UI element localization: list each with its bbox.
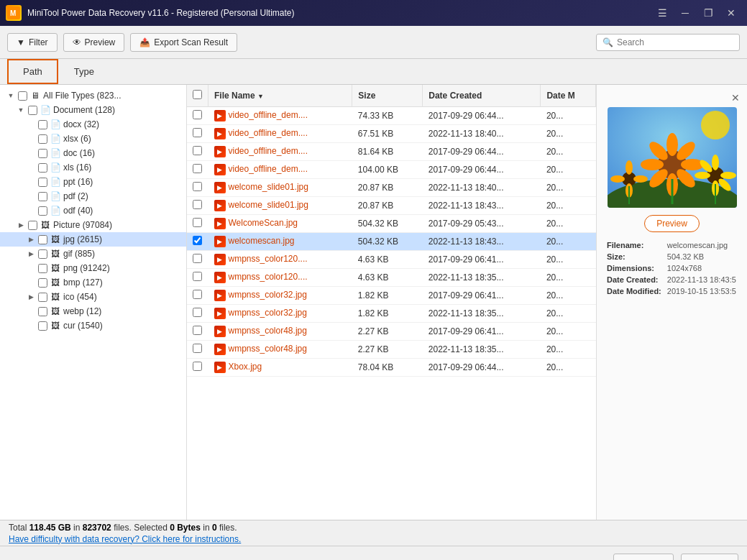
tab-path[interactable]: Path bbox=[7, 59, 58, 84]
sidebar-item-pdf[interactable]: 📄 pdf (2) bbox=[0, 189, 186, 203]
row-filename[interactable]: ▶wmpnss_color48.jpg bbox=[208, 341, 352, 359]
sidebar-item-xls[interactable]: 📄 xls (16) bbox=[0, 160, 186, 175]
sidebar-item-gif[interactable]: ▶ 🖼 gif (885) bbox=[0, 247, 186, 261]
table-row[interactable]: ▶wmpnss_color120.... 4.63 KB 2017-09-29 … bbox=[187, 251, 596, 269]
sidebar-item-all-file-types[interactable]: ▼ 🖥 All File Types (823... bbox=[0, 88, 186, 103]
row-filename[interactable]: ▶welcomescan.jpg bbox=[208, 233, 352, 251]
col-size[interactable]: Size bbox=[352, 85, 423, 107]
sidebar-item-xlsx[interactable]: 📄 xlsx (6) bbox=[0, 132, 186, 146]
row-filename[interactable]: ▶video_offline_dem.... bbox=[208, 161, 352, 179]
collapse-arrow-doc[interactable]: ▼ bbox=[16, 105, 26, 115]
checkbox-ico[interactable] bbox=[38, 293, 47, 302]
row-checkbox[interactable] bbox=[193, 290, 202, 299]
sidebar-item-odf[interactable]: 📄 odf (40) bbox=[0, 203, 186, 218]
sidebar-item-jpg[interactable]: ▶ 🖼 jpg (2615) bbox=[0, 232, 186, 247]
sidebar-item-png[interactable]: 🖼 png (91242) bbox=[0, 261, 186, 275]
row-checkbox[interactable] bbox=[193, 344, 202, 353]
row-filename[interactable]: ▶welcome_slide01.jpg bbox=[208, 179, 352, 197]
collapse-arrow-ico[interactable]: ▶ bbox=[26, 292, 36, 302]
table-row[interactable]: ▶video_offline_dem.... 74.33 KB 2017-09-… bbox=[187, 107, 596, 125]
close-button[interactable]: ✕ bbox=[721, 3, 741, 23]
table-row[interactable]: ▶WelcomeScan.jpg 504.32 KB 2017-09-29 05… bbox=[187, 215, 596, 233]
row-checkbox[interactable] bbox=[193, 236, 202, 245]
collapse-arrow[interactable]: ▼ bbox=[6, 91, 16, 101]
table-row[interactable]: ▶video_offline_dem.... 81.64 KB 2017-09-… bbox=[187, 143, 596, 161]
search-input[interactable] bbox=[617, 37, 733, 47]
sidebar-item-docx[interactable]: 📄 docx (32) bbox=[0, 117, 186, 132]
row-checkbox[interactable] bbox=[193, 326, 202, 335]
help-link[interactable]: Have difficulty with data recovery? Clic… bbox=[9, 534, 738, 544]
row-checkbox[interactable] bbox=[193, 182, 202, 191]
table-row[interactable]: ▶video_offline_dem.... 104.00 KB 2017-09… bbox=[187, 161, 596, 179]
row-filename[interactable]: ▶wmpnss_color120.... bbox=[208, 269, 352, 287]
table-row[interactable]: ▶wmpnss_color32.jpg 1.82 KB 2022-11-13 1… bbox=[187, 305, 596, 323]
row-checkbox[interactable] bbox=[193, 164, 202, 173]
row-checkbox[interactable] bbox=[193, 200, 202, 209]
checkbox-odf[interactable] bbox=[38, 206, 47, 216]
collapse-arrow-picture[interactable]: ▶ bbox=[16, 220, 26, 230]
row-checkbox[interactable] bbox=[193, 146, 202, 155]
col-filename[interactable]: File Name ▼ bbox=[208, 85, 352, 107]
row-filename[interactable]: ▶video_offline_dem.... bbox=[208, 107, 352, 125]
checkbox-xlsx[interactable] bbox=[38, 134, 47, 144]
table-row[interactable]: ▶video_offline_dem.... 67.51 KB 2022-11-… bbox=[187, 125, 596, 143]
row-filename[interactable]: ▶wmpnss_color32.jpg bbox=[208, 287, 352, 305]
checkbox-doc[interactable] bbox=[38, 149, 47, 158]
checkbox-png[interactable] bbox=[38, 264, 47, 273]
sidebar-item-bmp[interactable]: 🖼 bmp (127) bbox=[0, 275, 186, 290]
col-date-created[interactable]: Date Created bbox=[423, 85, 541, 107]
checkbox-webp[interactable] bbox=[38, 307, 47, 316]
checkbox-cur[interactable] bbox=[38, 321, 47, 331]
sidebar-item-cur[interactable]: 🖼 cur (1540) bbox=[0, 318, 186, 333]
row-filename[interactable]: ▶welcome_slide01.jpg bbox=[208, 197, 352, 215]
checkbox-pdf[interactable] bbox=[38, 192, 47, 201]
save-button[interactable]: Save bbox=[681, 554, 738, 560]
collapse-arrow-gif[interactable]: ▶ bbox=[26, 249, 36, 259]
table-row[interactable]: ▶wmpnss_color48.jpg 2.27 KB 2017-09-29 0… bbox=[187, 323, 596, 341]
row-checkbox[interactable] bbox=[193, 128, 202, 137]
checkbox-ppt[interactable] bbox=[38, 178, 47, 187]
export-button[interactable]: 📤 Export Scan Result bbox=[130, 33, 237, 52]
table-row[interactable]: ▶welcomescan.jpg 504.32 KB 2022-11-13 18… bbox=[187, 233, 596, 251]
tab-type[interactable]: Type bbox=[58, 59, 110, 84]
sidebar-item-document[interactable]: ▼ 📄 Document (128) bbox=[0, 103, 186, 117]
table-row[interactable]: ▶Xbox.jpg 78.04 KB 2017-09-29 06:44... 2… bbox=[187, 359, 596, 377]
row-checkbox[interactable] bbox=[193, 362, 202, 371]
row-checkbox[interactable] bbox=[193, 308, 202, 317]
col-date-modified[interactable]: Date M bbox=[541, 85, 596, 107]
preview-close-button[interactable]: ✕ bbox=[731, 92, 740, 104]
row-filename[interactable]: ▶wmpnss_color120.... bbox=[208, 251, 352, 269]
collapse-arrow-jpg[interactable]: ▶ bbox=[26, 234, 36, 244]
checkbox-all-file-types[interactable] bbox=[18, 91, 27, 101]
sidebar-item-picture[interactable]: ▶ 🖼 Picture (97084) bbox=[0, 218, 186, 232]
row-filename[interactable]: ▶Xbox.jpg bbox=[208, 359, 352, 377]
select-all-checkbox[interactable] bbox=[193, 90, 202, 99]
preview-button[interactable]: 👁 Preview bbox=[63, 33, 125, 52]
row-filename[interactable]: ▶video_offline_dem.... bbox=[208, 125, 352, 143]
table-row[interactable]: ▶wmpnss_color48.jpg 2.27 KB 2022-11-13 1… bbox=[187, 341, 596, 359]
checkbox-jpg[interactable] bbox=[38, 235, 47, 244]
table-row[interactable]: ▶welcome_slide01.jpg 20.87 KB 2022-11-13… bbox=[187, 197, 596, 215]
table-row[interactable]: ▶wmpnss_color32.jpg 1.82 KB 2017-09-29 0… bbox=[187, 287, 596, 305]
checkbox-bmp[interactable] bbox=[38, 278, 47, 288]
row-filename[interactable]: ▶WelcomeScan.jpg bbox=[208, 215, 352, 233]
sidebar-item-ppt[interactable]: 📄 ppt (16) bbox=[0, 175, 186, 189]
checkbox-document[interactable] bbox=[28, 106, 37, 115]
checkbox-picture[interactable] bbox=[28, 221, 37, 230]
preview-action-button[interactable]: Preview bbox=[644, 215, 700, 232]
row-filename[interactable]: ▶wmpnss_color48.jpg bbox=[208, 323, 352, 341]
sidebar-item-ico[interactable]: ▶ 🖼 ico (454) bbox=[0, 290, 186, 304]
row-filename[interactable]: ▶video_offline_dem.... bbox=[208, 143, 352, 161]
table-row[interactable]: ▶wmpnss_color120.... 4.63 KB 2022-11-13 … bbox=[187, 269, 596, 287]
minimize-button[interactable]: ─ bbox=[675, 3, 695, 23]
row-filename[interactable]: ▶wmpnss_color32.jpg bbox=[208, 305, 352, 323]
restore-button[interactable]: ❐ bbox=[698, 3, 718, 23]
row-checkbox[interactable] bbox=[193, 110, 202, 119]
row-checkbox[interactable] bbox=[193, 254, 202, 263]
home-button[interactable]: Home bbox=[613, 554, 674, 560]
checkbox-xls[interactable] bbox=[38, 163, 47, 173]
checkbox-docx[interactable] bbox=[38, 120, 47, 129]
row-checkbox[interactable] bbox=[193, 272, 202, 281]
checkbox-gif[interactable] bbox=[38, 249, 47, 259]
row-checkbox[interactable] bbox=[193, 218, 202, 227]
